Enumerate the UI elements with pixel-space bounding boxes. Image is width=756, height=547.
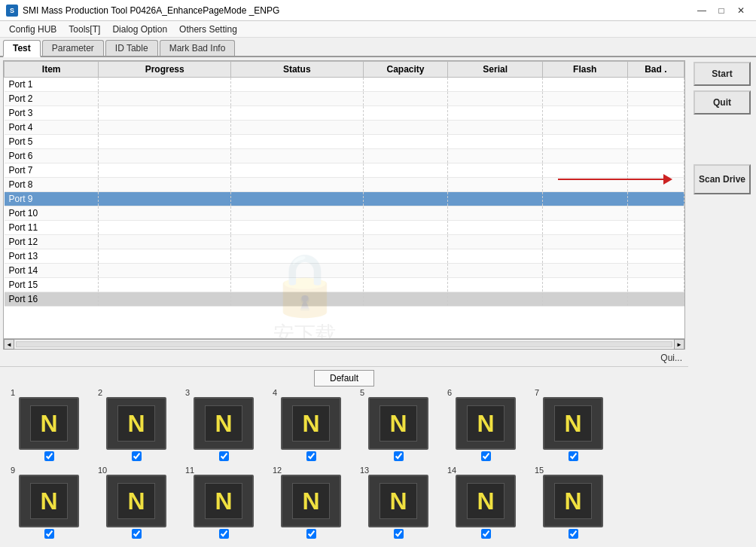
port-card: 10N xyxy=(95,466,178,539)
cell-col1 xyxy=(99,235,231,249)
table-row[interactable]: Port 1 xyxy=(5,78,684,92)
table-row[interactable]: Port 15 xyxy=(5,278,684,292)
cell-col1 xyxy=(99,78,231,92)
tab-mark-bad-info[interactable]: Mark Bad Info xyxy=(160,40,236,56)
cell-item: Port 2 xyxy=(5,92,99,106)
cell-col1 xyxy=(99,278,231,292)
cell-col5 xyxy=(542,278,627,292)
tab-test[interactable]: Test xyxy=(3,40,41,57)
cell-col2 xyxy=(230,135,363,149)
table-row[interactable]: Port 10 xyxy=(5,206,684,221)
port-icon: N xyxy=(194,397,254,450)
tab-id-table[interactable]: ID Table xyxy=(105,40,158,56)
port-number: 12 xyxy=(273,466,282,475)
port-checkbox[interactable] xyxy=(306,451,316,461)
cell-col6 xyxy=(627,278,684,292)
port-card: 1N xyxy=(8,388,90,461)
cell-col1 xyxy=(99,163,231,178)
cell-col1 xyxy=(99,92,231,106)
table-row[interactable]: Port 3 xyxy=(5,106,684,121)
port-checkbox[interactable] xyxy=(394,529,404,539)
port-number: 3 xyxy=(185,388,190,397)
cell-col1 xyxy=(99,249,231,264)
cell-col6 xyxy=(627,135,684,149)
menu-tools[interactable]: Tools[T] xyxy=(62,21,106,37)
port-n-label: N xyxy=(127,410,145,438)
cell-col6 xyxy=(627,192,684,206)
cell-item: Port 6 xyxy=(5,149,99,163)
col-progress: Progress xyxy=(99,62,231,78)
port-card: 9N xyxy=(8,466,90,539)
port-icon-inner: N xyxy=(117,405,155,442)
cell-col1 xyxy=(99,178,231,192)
col-bad: Bad . xyxy=(627,62,684,78)
port-checkbox[interactable] xyxy=(481,451,491,461)
tab-bar: Test Parameter ID Table Mark Bad Info xyxy=(0,38,756,57)
cell-col2 xyxy=(230,249,363,264)
table-row[interactable]: Port 2 xyxy=(5,92,684,106)
port-icon-inner: N xyxy=(467,405,505,442)
menu-dialog-option[interactable]: Dialog Option xyxy=(106,21,173,37)
table-row[interactable]: Port 9 xyxy=(5,192,684,206)
port-checkbox[interactable] xyxy=(44,451,54,461)
menu-others-setting[interactable]: Others Setting xyxy=(173,21,243,37)
scan-drive-button[interactable]: Scan Drive xyxy=(694,164,751,194)
cell-col2 xyxy=(230,163,363,178)
scroll-left-button[interactable]: ◄ xyxy=(4,339,14,350)
col-capacity: Capacity xyxy=(363,62,448,78)
table-row[interactable]: Port 14 xyxy=(5,264,684,278)
cell-col4 xyxy=(448,249,542,264)
cell-col4 xyxy=(448,121,542,135)
port-checkbox[interactable] xyxy=(569,451,578,461)
port-card: 14N xyxy=(444,466,527,539)
quit-button[interactable]: Quit xyxy=(694,90,751,115)
table-row[interactable]: Port 13 xyxy=(5,249,684,264)
port-number: 14 xyxy=(447,466,456,475)
scroll-track[interactable] xyxy=(16,341,672,347)
port-grid: 1N2N3N4N5N6N7N9N10N11N12N13N14N15N xyxy=(0,388,688,539)
port-checkbox[interactable] xyxy=(219,451,229,461)
port-number: 10 xyxy=(98,466,107,475)
table-row[interactable]: Port 6 xyxy=(5,149,684,163)
menu-config-hub[interactable]: Config HUB xyxy=(3,21,62,37)
tab-parameter[interactable]: Parameter xyxy=(42,40,104,56)
port-checkbox[interactable] xyxy=(219,529,229,539)
port-icon-inner: N xyxy=(380,483,417,519)
port-n-label: N xyxy=(564,410,581,438)
cell-item: Port 5 xyxy=(5,135,99,149)
port-checkbox[interactable] xyxy=(132,451,142,461)
maximize-button[interactable]: □ xyxy=(712,2,730,19)
port-checkbox[interactable] xyxy=(394,451,404,461)
table-row[interactable]: Port 5 xyxy=(5,135,684,149)
scrollbar-area: ◄ ► xyxy=(3,339,685,350)
table-row[interactable]: Port 12 xyxy=(5,235,684,249)
scroll-right-button[interactable]: ► xyxy=(674,339,684,350)
cell-col3 xyxy=(363,264,448,278)
cell-col1 xyxy=(99,106,231,121)
cell-col4 xyxy=(448,278,542,292)
port-checkbox[interactable] xyxy=(132,529,142,539)
start-button[interactable]: Start xyxy=(694,62,751,86)
table-scroll[interactable]: Item Progress Status Capacity Serial Fla… xyxy=(4,61,684,325)
port-number: 5 xyxy=(360,388,364,397)
cell-col4 xyxy=(448,92,542,106)
cell-col3 xyxy=(363,192,448,206)
port-checkbox[interactable] xyxy=(44,529,54,539)
port-icon: N xyxy=(368,397,428,450)
cell-col5 xyxy=(542,264,627,278)
port-checkbox[interactable] xyxy=(306,529,316,539)
minimize-button[interactable]: — xyxy=(693,2,711,19)
close-button[interactable]: ✕ xyxy=(732,2,750,19)
cell-col5 xyxy=(542,292,627,307)
cell-col3 xyxy=(363,92,448,106)
port-n-label: N xyxy=(215,487,232,515)
port-checkbox[interactable] xyxy=(569,529,578,539)
cell-col5 xyxy=(542,121,627,135)
cell-col2 xyxy=(230,78,363,92)
port-card: 6N xyxy=(444,388,527,461)
table-row[interactable]: Port 11 xyxy=(5,221,684,235)
port-checkbox[interactable] xyxy=(481,529,491,539)
table-row[interactable]: Port 4 xyxy=(5,121,684,135)
table-row[interactable]: Port 16 xyxy=(5,292,684,307)
app-title: SMI Mass Production Tool P0426A_EnhanceP… xyxy=(23,5,279,16)
